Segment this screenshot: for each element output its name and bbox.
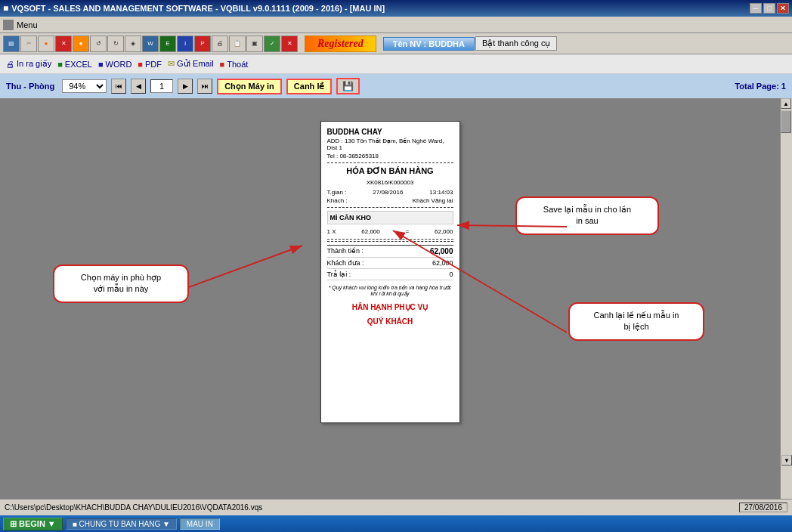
- chung-tu-icon: ■: [73, 520, 77, 528]
- total-section: Thành tiền : 62,000 Khách đưa : 62,000 T…: [327, 245, 453, 280]
- toolbar-btn-2[interactable]: ✂: [20, 36, 37, 52]
- chung-tu-arrow: ▼: [162, 520, 170, 528]
- app-icon: ■: [3, 3, 8, 14]
- khach-value: Khách Vãng lai: [413, 197, 453, 204]
- word-label: WORD: [106, 60, 132, 69]
- item-qty: 1 X: [327, 228, 336, 235]
- toolbar-btn-8[interactable]: ◈: [125, 36, 141, 52]
- toolbar-btn-14[interactable]: 📋: [229, 36, 246, 52]
- thanh-tien-label: Thành tiền :: [327, 247, 364, 255]
- khach-dua-row: Khách đưa : 62,000: [327, 258, 453, 269]
- bubble3-text: Canh lại lề nếu mẫu in bị lệch: [594, 311, 679, 331]
- time-row: T.gian : 27/08/2016 13:14:03: [327, 189, 453, 196]
- address-value: 130 Tôn Thất Đạm, Bến Nghé Ward, Dist 1: [327, 138, 444, 151]
- scroll-thumb[interactable]: [781, 110, 791, 133]
- tra-lai-row: Trả lại : 0: [327, 269, 453, 280]
- email-button[interactable]: ✉ Gửi Email: [168, 59, 214, 69]
- prev-page-button[interactable]: ◀: [131, 79, 146, 94]
- status-path: C:\Users\pc\Desktop\KHACH\BUDDA CHAY\DUL…: [5, 503, 262, 512]
- receipt-tel: Tel : 08-385265318: [327, 153, 453, 159]
- mau-in-label: MAU IN: [187, 520, 213, 528]
- zoom-select[interactable]: 94% 50% 75% 100% 125% 150%: [62, 79, 107, 93]
- excel-icon: ■: [57, 60, 63, 69]
- scroll-down-button[interactable]: ▼: [781, 455, 792, 466]
- toolbar-btn-11[interactable]: I: [177, 36, 193, 52]
- item-price: 62,000: [361, 228, 379, 235]
- chung-tu-label: CHUNG TU BAN HANG: [79, 520, 161, 528]
- status-bar: C:\Users\pc\Desktop\KHACH\BUDDA CHAY\DUL…: [0, 499, 792, 515]
- minimize-button[interactable]: ─: [750, 3, 762, 14]
- receipt-address: ADD : 130 Tôn Thất Đạm, Bến Nghé Ward, D…: [327, 138, 453, 151]
- toolbar-btn-7[interactable]: ↻: [107, 36, 124, 52]
- action-bar: 🖨 In ra giấy ■ EXCEL ■ WORD ■ PDF ✉ Gửi …: [0, 54, 792, 74]
- item-amount: 62,000: [435, 228, 453, 235]
- print-icon: 🖨: [6, 60, 14, 69]
- save-button[interactable]: 💾: [336, 78, 360, 94]
- svg-line-0: [189, 246, 302, 287]
- title-bar: ■ VQSOFT - SALES AND MANAGEMENT SOFTWARE…: [0, 0, 792, 17]
- start-button[interactable]: ⊞ BEGIN ▼: [3, 518, 63, 530]
- total-page-label: Total Page: 1: [735, 82, 786, 91]
- toolbar-btn-12[interactable]: P: [194, 36, 211, 52]
- toolbar-btn-10[interactable]: E: [159, 36, 176, 52]
- bat-thanh-cong-cu[interactable]: Bật thanh công cụ: [475, 36, 557, 51]
- email-label: Gửi Email: [177, 59, 214, 69]
- time-label: T.gian :: [327, 189, 347, 196]
- page-input[interactable]: [150, 79, 173, 93]
- toolbar-btn-15[interactable]: ▣: [246, 36, 263, 52]
- email-icon: ✉: [168, 59, 175, 69]
- khach-dua-label: Khách đưa :: [327, 259, 364, 267]
- nav-bar: Thu - Phòng 94% 50% 75% 100% 125% 150% ⏮…: [0, 74, 792, 98]
- vertical-scrollbar[interactable]: ▲ ▼: [780, 98, 792, 499]
- menu-label[interactable]: Menu: [17, 20, 38, 29]
- exit-icon: ■: [220, 60, 225, 69]
- pdf-button[interactable]: ■ PDF: [138, 60, 162, 69]
- address-label: ADD :: [327, 138, 343, 144]
- canh-le-button[interactable]: Canh lề: [286, 79, 333, 94]
- last-page-button[interactable]: ⏭: [197, 79, 212, 94]
- save-icon: 💾: [342, 81, 354, 91]
- chon-may-button[interactable]: Chọn Máy in: [217, 79, 282, 94]
- nv-badge: Tên NV : BUDDHA: [383, 37, 475, 51]
- exit-button[interactable]: ■ Thoát: [220, 60, 249, 69]
- first-page-button[interactable]: ⏮: [111, 79, 126, 94]
- toolbar-btn-3[interactable]: ●: [38, 36, 54, 52]
- canh-le-bubble: Canh lại lề nếu mẫu in bị lệch: [568, 302, 704, 341]
- word-button[interactable]: ■ WORD: [98, 60, 131, 69]
- khach-dua-value: 62,000: [432, 259, 453, 267]
- taskbar-chung-tu[interactable]: ■ CHUNG TU BAN HANG ▼: [66, 518, 177, 530]
- toolbar-btn-17[interactable]: ✕: [281, 36, 298, 52]
- toolbar-btn-6[interactable]: ↺: [90, 36, 107, 52]
- toolbar-btn-4[interactable]: ✕: [55, 36, 72, 52]
- next-page-button[interactable]: ▶: [178, 79, 193, 94]
- registered-badge: Registered: [305, 36, 376, 52]
- taskbar-mau-in[interactable]: MAU IN: [180, 518, 220, 530]
- maximize-button[interactable]: □: [763, 3, 775, 14]
- toolbar-btn-9[interactable]: W: [142, 36, 159, 52]
- time-value: 27/08/2016: [373, 189, 403, 196]
- footer-main-2: QUÝ KHÁCH: [327, 317, 453, 326]
- print-button[interactable]: 🖨 In ra giấy: [6, 59, 51, 69]
- khach-row: Khách : Khách Vãng lai: [327, 197, 453, 204]
- exit-label: Thoát: [227, 60, 248, 69]
- print-area: BUDDHA CHAY ADD : 130 Tôn Thất Đạm, Bến …: [0, 98, 780, 499]
- footer-main-1: HÂN HẠNH PHỤC VỤ: [327, 303, 453, 311]
- toolbar-btn-5[interactable]: ●: [73, 36, 89, 52]
- receipt-divider-3: [327, 239, 453, 242]
- status-date: 27/08/2016: [739, 503, 787, 512]
- close-button[interactable]: ✕: [777, 3, 789, 14]
- bubble1-text: Chọn máy in phù hợp với mẫu in này: [81, 273, 161, 293]
- khach-label: Khách :: [327, 197, 348, 204]
- toolbar-btn-16[interactable]: ✓: [264, 36, 280, 52]
- thanh-tien-row: Thành tiền : 62,000: [327, 246, 453, 258]
- menu-bar: Menu: [0, 17, 792, 33]
- print-label: In ra giấy: [17, 59, 51, 69]
- excel-button[interactable]: ■ EXCEL: [57, 60, 92, 69]
- scroll-up-button[interactable]: ▲: [781, 98, 791, 109]
- toolbar: ▤ ✂ ● ✕ ● ↺ ↻ ◈ W E I P 🖨 📋 ▣ ✓ ✕: [0, 33, 792, 54]
- excel-label: EXCEL: [65, 60, 92, 69]
- toolbar-btn-13[interactable]: 🖨: [212, 36, 228, 52]
- toolbar-btn-1[interactable]: ▤: [3, 36, 20, 52]
- main-content: BUDDHA CHAY ADD : 130 Tôn Thất Đạm, Bến …: [0, 98, 792, 499]
- receipt-divider-2: [327, 207, 453, 208]
